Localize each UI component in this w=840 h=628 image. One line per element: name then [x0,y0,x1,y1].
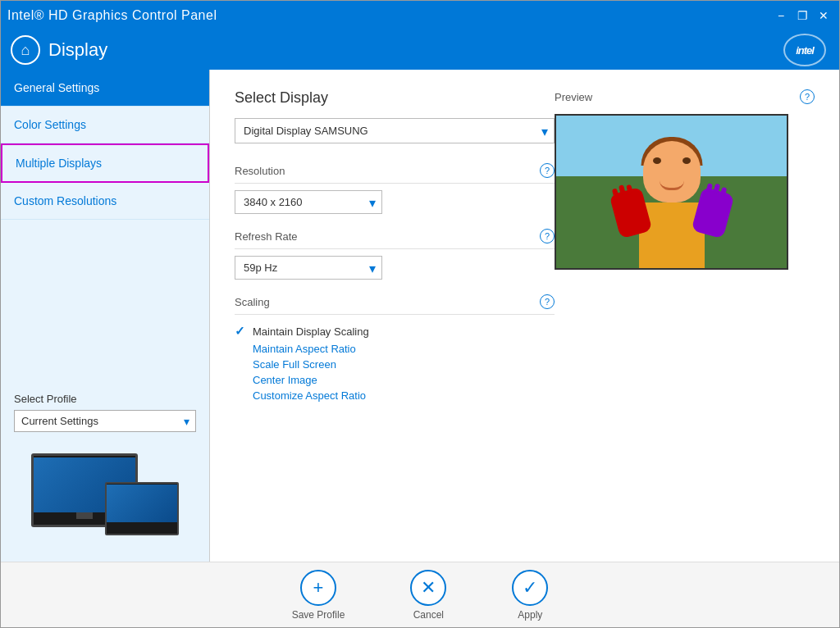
sidebar-bottom: Select Profile Current Settings ▾ [1,380,209,562]
home-icon[interactable]: ⌂ [11,35,40,65]
intel-logo-circle: intel [783,34,826,66]
resolution-row: Resolution ? [235,163,555,178]
preview-info-icon[interactable]: ? [800,89,815,104]
scaling-row: Scaling ? [235,294,555,309]
eye-right [682,157,691,164]
profile-select-wrapper: Current Settings ▾ [14,410,196,432]
profile-select[interactable]: Current Settings [14,410,196,432]
refresh-rate-dropdown[interactable]: 59p Hz60 Hz30 Hz [235,256,382,280]
apply-icon: ✓ [523,577,537,598]
child-face [643,141,701,203]
resolution-dropdown[interactable]: 3840 x 21601920 x 10801280 x 720 [235,190,382,214]
sidebar: General Settings Color Settings Multiple… [1,70,210,562]
monitor-main-stand [76,512,93,519]
select-display-dropdown[interactable]: Digital Display SAMSUNG [235,118,555,143]
content-area: Select Display Digital Display SAMSUNG ▾… [210,70,839,562]
sub-header: ⌂ Display intel [1,30,839,70]
save-profile-circle[interactable]: + [300,570,336,606]
select-display-title: Select Display [235,89,555,107]
close-button[interactable]: ✕ [815,7,833,25]
checkmark-icon: ✓ [235,324,248,339]
center-image-link[interactable]: Center Image [235,372,555,388]
content-left: Select Display Digital Display SAMSUNG ▾… [235,89,555,403]
scaling-option-maintain-display[interactable]: ✓ Maintain Display Scaling [235,321,555,341]
finger-r2 [713,184,720,194]
apply-action[interactable]: ✓ Apply [512,570,548,621]
refresh-rate-info-icon[interactable]: ? [540,229,555,243]
center-image-option[interactable]: Center Image [235,372,555,388]
customize-aspect-ratio-option[interactable]: Customize Aspect Ratio [235,388,555,403]
resolution-label: Resolution [235,165,540,177]
save-profile-label: Save Profile [292,609,345,621]
preview-header: Preview ? [555,89,815,104]
intel-logo: intel [780,34,829,66]
content-inner: Select Display Digital Display SAMSUNG ▾… [235,89,815,403]
apply-circle[interactable]: ✓ [512,570,548,606]
main-layout: General Settings Color Settings Multiple… [1,70,839,562]
resolution-info-icon[interactable]: ? [540,163,555,178]
scale-full-screen-link[interactable]: Scale Full Screen [235,357,555,372]
cancel-action[interactable]: ✕ Cancel [410,570,446,621]
smile [660,180,684,190]
scaling-label: Scaling [235,296,540,308]
title-bar-controls: − ❐ ✕ [772,7,833,25]
apply-label: Apply [518,609,542,621]
refresh-divider [235,248,555,249]
cancel-circle[interactable]: ✕ [410,570,446,606]
resolution-divider [235,183,555,184]
maintain-aspect-ratio-option[interactable]: Maintain Aspect Ratio [235,341,555,357]
window-title: Intel® HD Graphics Control Panel [7,8,217,23]
finger-3 [626,184,632,193]
preview-title: Preview [555,91,592,103]
section-title: Display [48,39,107,61]
refresh-rate-select-wrapper: 59p Hz60 Hz30 Hz ▾ [235,256,382,280]
select-display-wrapper: Digital Display SAMSUNG ▾ [235,118,555,143]
minimize-button[interactable]: − [772,7,790,25]
profile-label: Select Profile [14,393,196,405]
bottom-bar: + Save Profile ✕ Cancel ✓ Apply [1,562,839,627]
refresh-rate-row: Refresh Rate ? [235,229,555,243]
scale-full-screen-option[interactable]: Scale Full Screen [235,357,555,372]
maintain-aspect-ratio-link[interactable]: Maintain Aspect Ratio [235,341,555,357]
scaling-divider [235,314,555,315]
title-bar: Intel® HD Graphics Control Panel − ❐ ✕ [1,1,839,30]
finger-r1 [705,183,712,192]
child-body [639,203,705,268]
child-photo [556,116,787,268]
customize-aspect-ratio-link[interactable]: Customize Aspect Ratio [235,388,555,403]
main-window: Intel® HD Graphics Control Panel − ❐ ✕ ⌂… [0,0,840,628]
restore-button[interactable]: ❐ [793,7,811,25]
refresh-rate-label: Refresh Rate [235,230,540,243]
sidebar-item-general-settings[interactable]: General Settings [1,70,209,107]
preview-panel: Preview ? [555,89,815,403]
monitor-small [105,482,179,535]
child-figure [606,137,737,268]
cancel-label: Cancel [413,609,444,621]
finger-r3 [719,187,726,196]
preview-image [555,114,788,270]
monitor-illustration [31,445,179,535]
hand-left [609,187,652,239]
eye-left [653,157,661,164]
scaling-info-icon[interactable]: ? [540,294,555,309]
save-profile-icon: + [313,577,324,598]
finger-1 [611,188,618,197]
save-profile-action[interactable]: + Save Profile [292,570,345,621]
sidebar-item-multiple-displays[interactable]: Multiple Displays [1,143,209,183]
hand-right [691,187,734,239]
cancel-icon: ✕ [421,577,436,598]
sidebar-item-color-settings[interactable]: Color Settings [1,107,209,143]
scaling-section: ✓ Maintain Display Scaling Maintain Aspe… [235,321,555,403]
sidebar-item-custom-resolutions[interactable]: Custom Resolutions [1,183,209,220]
finger-2 [619,184,626,195]
resolution-select-wrapper: 3840 x 21601920 x 10801280 x 720 ▾ [235,190,382,214]
monitor-small-screen [107,485,177,522]
maintain-display-scaling-label: Maintain Display Scaling [253,325,369,338]
